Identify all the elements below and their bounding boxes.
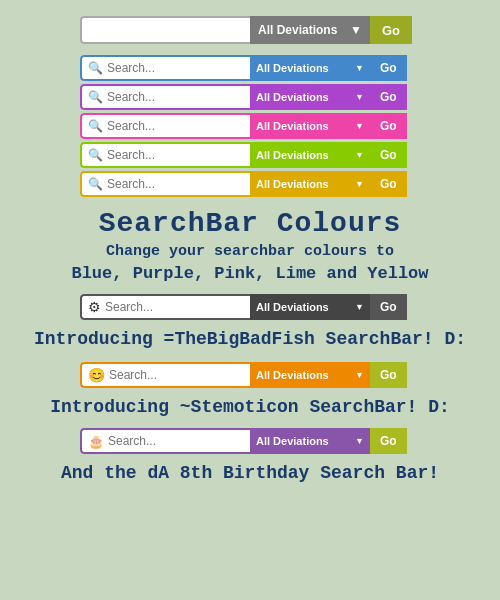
section-colors: Blue, Purple, Pink, Lime and Yellow xyxy=(71,264,428,283)
go-button-lime[interactable]: Go xyxy=(370,142,407,168)
search-icon-purple: 🔍 xyxy=(88,90,103,104)
go-button-purple[interactable]: Go xyxy=(370,84,407,110)
search-input-lime[interactable]: 🔍 xyxy=(80,142,250,168)
search-icon-orange: 😊 xyxy=(88,367,105,383)
dropdown-arrow-dark: ▼ xyxy=(355,302,364,312)
go-button-pink[interactable]: Go xyxy=(370,113,407,139)
colored-bars-container: 🔍 All Deviations ▼ Go 🔍 All Deviations ▼… xyxy=(80,52,420,200)
search-icon-birthday: 🎂 xyxy=(88,434,104,449)
search-bar-dark: ⚙ All Deviations ▼ Go xyxy=(80,294,420,320)
dropdown-arrow-yellow: ▼ xyxy=(355,179,364,189)
dropdown-label-yellow: All Deviations xyxy=(256,178,329,190)
search-icon-blue: 🔍 xyxy=(88,61,103,75)
go-button-birthday[interactable]: Go xyxy=(370,428,407,454)
search-text-dark[interactable] xyxy=(105,300,244,314)
search-bar-blue: 🔍 All Deviations ▼ Go xyxy=(80,55,420,81)
search-bar-purple: 🔍 All Deviations ▼ Go xyxy=(80,84,420,110)
search-input-birthday[interactable]: 🎂 xyxy=(80,428,250,454)
section-subtitle: Change your searchbar colours to xyxy=(106,243,394,260)
dropdown-arrow-pink: ▼ xyxy=(355,121,364,131)
top-search-input[interactable] xyxy=(80,16,250,44)
dropdown-label-purple: All Deviations xyxy=(256,91,329,103)
search-text-orange[interactable] xyxy=(109,368,244,382)
search-input-orange[interactable]: 😊 xyxy=(80,362,250,388)
go-button-yellow[interactable]: Go xyxy=(370,171,407,197)
search-input-yellow[interactable]: 🔍 xyxy=(80,171,250,197)
dropdown-label-blue: All Deviations xyxy=(256,62,329,74)
dropdown-label-lime: All Deviations xyxy=(256,149,329,161)
top-go-button[interactable]: Go xyxy=(370,16,412,44)
search-bar-pink: 🔍 All Deviations ▼ Go xyxy=(80,113,420,139)
search-bar-orange: 😊 All Deviations ▼ Go xyxy=(80,362,420,388)
search-icon-lime: 🔍 xyxy=(88,148,103,162)
top-dropdown-arrow: ▼ xyxy=(350,23,362,37)
birthday-text: And the dA 8th Birthday Search Bar! xyxy=(61,463,439,483)
dropdown-label-pink: All Deviations xyxy=(256,120,329,132)
dropdown-dark[interactable]: All Deviations ▼ xyxy=(250,294,370,320)
birthday-bar: 🎂 All Deviations ▼ Go xyxy=(80,425,420,457)
search-bar-lime: 🔍 All Deviations ▼ Go xyxy=(80,142,420,168)
search-text-birthday[interactable] xyxy=(108,434,244,448)
dropdown-label-birthday: All Deviations xyxy=(256,435,329,447)
dropdown-purple[interactable]: All Deviations ▼ xyxy=(250,84,370,110)
dropdown-blue[interactable]: All Deviations ▼ xyxy=(250,55,370,81)
search-icon-yellow: 🔍 xyxy=(88,177,103,191)
search-bar-yellow: 🔍 All Deviations ▼ Go xyxy=(80,171,420,197)
search-text-lime[interactable] xyxy=(107,148,244,162)
dropdown-arrow-blue: ▼ xyxy=(355,63,364,73)
search-icon-pink: 🔍 xyxy=(88,119,103,133)
stemoticon-intro: Introducing ~Stemoticon SearchBar! D: xyxy=(50,397,450,417)
search-bar-birthday: 🎂 All Deviations ▼ Go xyxy=(80,428,420,454)
dropdown-label-orange: All Deviations xyxy=(256,369,329,381)
stemoticon-bar: 😊 All Deviations ▼ Go xyxy=(80,359,420,391)
search-text-pink[interactable] xyxy=(107,119,244,133)
search-text-yellow[interactable] xyxy=(107,177,244,191)
dropdown-arrow-lime: ▼ xyxy=(355,150,364,160)
section-title: SearchBar Colours xyxy=(99,208,402,239)
search-input-purple[interactable]: 🔍 xyxy=(80,84,250,110)
go-button-blue[interactable]: Go xyxy=(370,55,407,81)
go-button-dark[interactable]: Go xyxy=(370,294,407,320)
dropdown-pink[interactable]: All Deviations ▼ xyxy=(250,113,370,139)
top-dropdown[interactable]: All Deviations ▼ xyxy=(250,16,370,44)
top-search-bar: All Deviations ▼ Go xyxy=(80,16,420,44)
search-icon-dark: ⚙ xyxy=(88,299,101,315)
dropdown-orange[interactable]: All Deviations ▼ xyxy=(250,362,370,388)
bigbadfish-intro: Introducing =TheBigBadFish SearchBar! D: xyxy=(34,329,466,349)
search-text-blue[interactable] xyxy=(107,61,244,75)
dropdown-arrow-birthday: ▼ xyxy=(355,436,364,446)
search-text-purple[interactable] xyxy=(107,90,244,104)
top-dropdown-label: All Deviations xyxy=(258,23,337,37)
search-input-dark[interactable]: ⚙ xyxy=(80,294,250,320)
go-button-orange[interactable]: Go xyxy=(370,362,407,388)
dropdown-yellow[interactable]: All Deviations ▼ xyxy=(250,171,370,197)
dropdown-lime[interactable]: All Deviations ▼ xyxy=(250,142,370,168)
dropdown-arrow-purple: ▼ xyxy=(355,92,364,102)
dropdown-birthday[interactable]: All Deviations ▼ xyxy=(250,428,370,454)
bigbadfish-bar: ⚙ All Deviations ▼ Go xyxy=(80,291,420,323)
search-input-blue[interactable]: 🔍 xyxy=(80,55,250,81)
dropdown-arrow-orange: ▼ xyxy=(355,370,364,380)
dropdown-label-dark: All Deviations xyxy=(256,301,329,313)
search-input-pink[interactable]: 🔍 xyxy=(80,113,250,139)
